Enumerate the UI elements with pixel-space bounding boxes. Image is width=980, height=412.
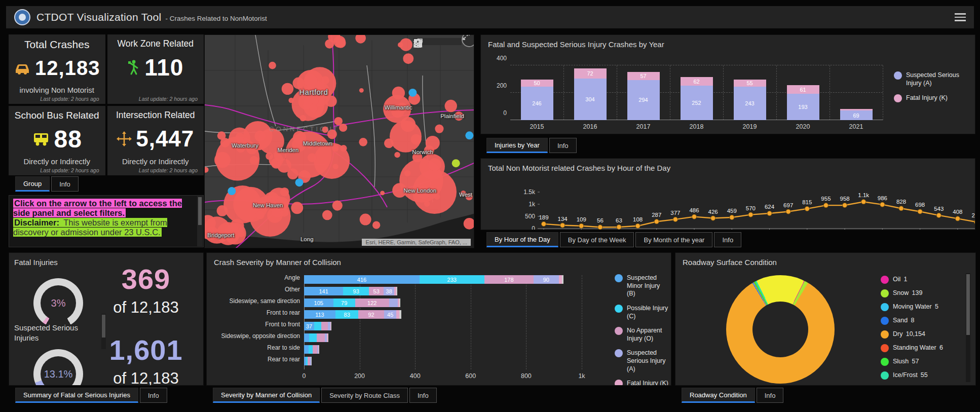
crash-cluster[interactable] (309, 104, 317, 113)
bar-segment-possible-injury-c[interactable]: 79 (333, 298, 355, 307)
crash-cluster[interactable] (426, 136, 440, 150)
tab-severity-by-manner-of-collision[interactable]: Severity by Manner of Collision (213, 388, 320, 403)
bar-segment-fatal-injury-k[interactable]: 62 (681, 77, 713, 86)
bar-2021[interactable]: 69 (840, 65, 873, 120)
legend-item-sand[interactable]: Sand 8 (881, 317, 967, 325)
bar-2019[interactable]: 24355 (734, 65, 766, 120)
crash-cluster[interactable] (274, 149, 286, 162)
legend-item-no-apparent-injury-o[interactable]: No Apparent Injury (O) (615, 327, 669, 343)
crash-cluster[interactable] (304, 74, 317, 87)
tab-info[interactable]: Info (140, 388, 167, 403)
crash-cluster[interactable] (214, 152, 231, 168)
bar-segment-suspected-serious-injury-a[interactable]: 252 (681, 86, 713, 120)
bar-segment-no-apparent-injury-o[interactable] (317, 333, 325, 342)
crash-cluster[interactable] (288, 98, 294, 103)
crash-cluster[interactable] (269, 199, 277, 207)
crash-cluster[interactable] (325, 95, 337, 107)
crash-cluster[interactable] (454, 111, 463, 121)
bar-segment-possible-injury-c[interactable] (309, 333, 317, 342)
bar-row-angle[interactable]: Angle41623317890 (304, 275, 582, 284)
crash-cluster[interactable] (246, 143, 257, 155)
bar-2018[interactable]: 25262 (681, 65, 713, 120)
data-point-hour-22[interactable] (955, 216, 960, 221)
crash-cluster[interactable] (282, 83, 293, 95)
bar-segment-null[interactable] (311, 357, 312, 365)
data-point-hour-0[interactable] (541, 221, 546, 226)
bar-segment-suspected-serious-injury-a[interactable]: 246 (521, 87, 553, 120)
bar-row-rear-to-rear[interactable]: Rear to rear (304, 357, 582, 365)
data-point-hour-11[interactable] (748, 212, 753, 217)
menu-hamburger-icon[interactable] (955, 13, 966, 21)
bar-segment-fatal-injury-k[interactable]: 72 (574, 68, 607, 78)
bar-segment-no-apparent-injury-o[interactable]: 178 (484, 275, 534, 284)
data-point-hour-21[interactable] (936, 213, 941, 217)
crash-cluster[interactable] (360, 214, 371, 226)
bar-segment-fatal-injury-k[interactable] (840, 109, 873, 111)
legend-item-fatal-injury-k[interactable]: Fatal Injury (K) (894, 94, 972, 102)
legend-item-snow[interactable]: Snow 139 (881, 289, 967, 297)
data-point-hour-10[interactable] (730, 215, 734, 219)
bar-segment-possible-injury-c[interactable]: 83 (335, 310, 358, 319)
crash-cluster[interactable] (417, 186, 430, 199)
tab-summary-of-fatal-or-serious-injuries[interactable]: Summary of Fatal or Serious Injuries (15, 388, 138, 403)
bar-segment-no-apparent-injury-o[interactable]: 92 (358, 310, 384, 319)
bar-segment-suspected-serious-injury-a[interactable] (389, 298, 398, 307)
crash-point[interactable] (228, 187, 236, 195)
crash-cluster[interactable] (428, 158, 441, 171)
legend-item-oil[interactable]: Oil 1 (881, 276, 967, 284)
crash-cluster[interactable] (275, 197, 289, 211)
bar-segment-null[interactable] (328, 333, 328, 342)
crash-cluster[interactable] (253, 199, 258, 204)
crash-cluster[interactable] (435, 125, 443, 133)
legend-item-dry[interactable]: Dry 10,154 (881, 330, 967, 339)
data-point-hour-13[interactable] (786, 209, 790, 214)
bar-row-rear-to-side[interactable]: Rear to side (304, 345, 582, 354)
crash-cluster[interactable] (250, 156, 258, 165)
tab-info[interactable]: Info (549, 138, 577, 153)
data-point-hour-8[interactable] (692, 214, 696, 219)
bar-segment-suspected-minor-injury-b[interactable]: 37 (304, 322, 314, 330)
crash-point[interactable] (452, 159, 460, 167)
bar-row-front-to-rear[interactable]: Front to rear113839245 (304, 310, 582, 319)
crash-cluster[interactable] (372, 221, 380, 229)
bar-segment-suspected-minor-injury-b[interactable] (304, 333, 309, 342)
crash-point[interactable] (408, 89, 417, 97)
crash-cluster[interactable] (266, 153, 273, 160)
crash-cluster[interactable] (291, 202, 303, 214)
crash-cluster[interactable] (380, 191, 385, 195)
tab-roadway-condition[interactable]: Roadway Condition (682, 388, 755, 403)
bar-segment-fatal-injury-k[interactable]: 57 (627, 72, 660, 80)
bar-segment-null[interactable] (562, 275, 563, 284)
crash-cluster[interactable] (321, 76, 329, 84)
bar-row-sideswipe-same-direction[interactable]: Sideswipe, same direction10579122 (304, 298, 582, 307)
data-point-hour-9[interactable] (711, 216, 715, 220)
data-point-hour-16[interactable] (842, 203, 847, 207)
crash-cluster[interactable] (466, 193, 473, 200)
bar-segment-null[interactable] (319, 345, 319, 354)
crash-cluster[interactable] (392, 87, 405, 99)
crash-cluster[interactable] (332, 200, 343, 210)
crash-cluster[interactable] (300, 115, 307, 122)
legend-item-fatal-injury-k[interactable]: Fatal Injury (K) (615, 380, 669, 386)
crash-cluster[interactable] (403, 53, 413, 64)
legend-item-slush[interactable]: Slush 57 (881, 358, 967, 366)
data-point-hour-7[interactable] (673, 217, 677, 221)
crash-cluster[interactable] (227, 227, 231, 231)
crash-cluster[interactable] (340, 145, 347, 152)
crash-cluster[interactable] (322, 210, 332, 220)
bar-row-sideswipe-opposite-direction[interactable]: Sideswipe, opposite direction (304, 333, 582, 342)
crash-cluster[interactable] (280, 188, 289, 196)
legend-item-moving-water[interactable]: Moving Water 5 (881, 303, 967, 311)
bar-2020[interactable]: 19361 (787, 65, 819, 120)
crash-cluster[interactable] (287, 168, 298, 179)
legend-item-possible-injury-c[interactable]: Possible Injury (C) (615, 305, 669, 320)
bar-segment-suspected-serious-injury-a[interactable]: 45 (384, 310, 397, 319)
crash-cluster[interactable] (308, 153, 317, 162)
tab-severity-by-route-class[interactable]: Severity by Route Class (321, 388, 408, 403)
crash-cluster[interactable] (293, 131, 306, 144)
data-point-hour-6[interactable] (654, 219, 659, 224)
crash-cluster[interactable] (322, 127, 328, 133)
crash-cluster[interactable] (392, 183, 407, 198)
bar-segment-null[interactable] (396, 287, 397, 295)
crash-cluster[interactable] (384, 138, 394, 148)
